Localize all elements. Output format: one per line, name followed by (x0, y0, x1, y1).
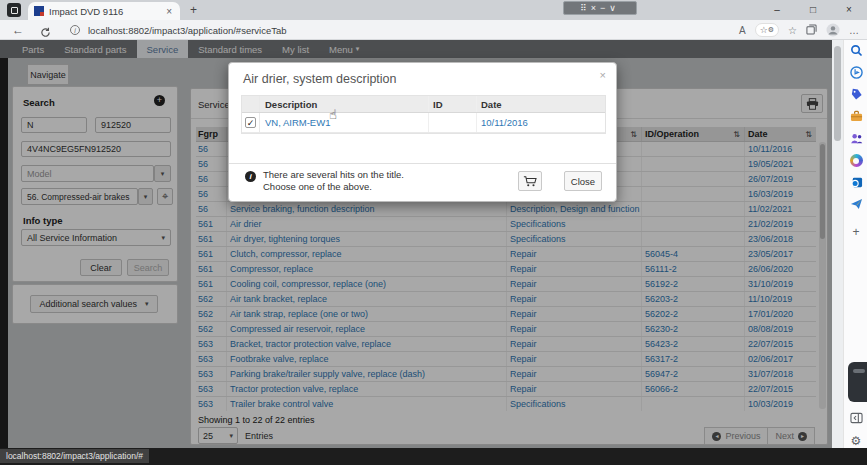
people-icon[interactable] (844, 132, 867, 145)
cell-title-link[interactable]: Service braking, function description (226, 202, 506, 216)
table-row[interactable]: 562 Compressed air reservoir, replace Re… (196, 322, 816, 337)
dialog-col-check (242, 96, 260, 112)
bing-discover-icon[interactable] (844, 66, 867, 79)
dialog-close-icon[interactable]: × (600, 69, 606, 81)
nav-tab-standard-parts[interactable]: Standard parts (54, 40, 136, 58)
add-favorite-icon[interactable]: ☆ (788, 25, 797, 36)
designer-icon[interactable] (844, 154, 867, 167)
table-row[interactable]: 561 Air dryer, tightening torques Specif… (196, 232, 816, 247)
info-type-select[interactable]: All Service Information ▾ (21, 229, 171, 246)
add-to-cart-button[interactable] (518, 171, 542, 191)
model-select[interactable]: Model (21, 165, 154, 182)
cell-title-link[interactable]: Parking brake/trailer supply valve, repl… (226, 367, 506, 381)
cell-title-link[interactable]: Cooling coil, compressor, replace (one) (226, 277, 506, 291)
table-row[interactable]: 56 Service braking, function description… (196, 202, 816, 217)
window-minimize-button[interactable]: – (759, 4, 795, 15)
cell-title-link[interactable]: Air dryer, tightening torques (226, 232, 506, 246)
table-row[interactable]: 563 Bracket, tractor protection valve, r… (196, 337, 816, 352)
site-info-icon[interactable]: i (70, 25, 80, 35)
table-row[interactable]: 562 Air tank bracket, replace Repair 562… (196, 292, 816, 307)
cell-title-link[interactable]: Air tank bracket, replace (226, 292, 506, 306)
outlook-icon[interactable] (844, 176, 867, 189)
next-page-button[interactable]: Next ▸ (768, 427, 815, 445)
browser-tab[interactable]: Impact DVD 9116 × (28, 2, 180, 20)
cell-title-link[interactable]: Trailer brake control valve (226, 397, 506, 411)
table-row[interactable]: 563 Tractor protection valve, replace Re… (196, 382, 816, 397)
table-row[interactable]: 562 Air tank strap, replace (one or two)… (196, 307, 816, 322)
search-icon[interactable] (844, 44, 867, 57)
additional-search-values-button[interactable]: Additional search values ▾ (30, 295, 158, 313)
row-checkbox[interactable]: ✓ (245, 117, 256, 128)
sort-icon[interactable]: ⇅ (805, 130, 812, 139)
cell-title-link[interactable]: Clutch, compressor, replace (226, 247, 506, 261)
table-row[interactable]: 561 Cooling coil, compressor, replace (o… (196, 277, 816, 292)
window-close-button[interactable]: × (831, 4, 867, 15)
col-header-id-operation[interactable]: ID/Operation⇅ (641, 127, 744, 141)
table-row[interactable]: 561 Air drier Specifications 21/02/2019 (196, 217, 816, 232)
read-aloud-icon[interactable]: A (739, 25, 746, 36)
table-row[interactable]: 561 Clutch, compressor, replace Repair 5… (196, 247, 816, 262)
add-sidebar-item-icon[interactable]: + (844, 225, 867, 239)
settings-gear-icon[interactable]: ⚙ (844, 434, 867, 448)
table-row[interactable]: 563 Footbrake valve, replace Repair 5631… (196, 352, 816, 367)
clear-button[interactable]: Clear (80, 259, 122, 276)
nav-tab-my-list[interactable]: My list (272, 40, 319, 58)
profile-avatar[interactable] (826, 23, 840, 37)
cell-title-link[interactable]: Bracket, tractor protection valve, repla… (226, 337, 506, 351)
cell-title-link[interactable]: Footbrake valve, replace (226, 352, 506, 366)
previous-page-button[interactable]: ◂ Previous (704, 427, 768, 445)
dialog-result-row[interactable]: ✓ VN, AIRM-EW1 10/11/2016 (242, 113, 605, 133)
function-group-select[interactable]: 56. Compressed-air brakes (21, 188, 138, 205)
nav-tab-parts[interactable]: Parts (12, 40, 54, 58)
model-dropdown-button[interactable]: ▾ (154, 165, 171, 182)
tab-navigate[interactable]: Navigate (27, 64, 69, 85)
function-group-picker-button[interactable]: ⌖ (157, 188, 173, 205)
cell-title-link[interactable]: Compressor, replace (226, 262, 506, 276)
capture-widget[interactable] (848, 362, 867, 402)
vin-input[interactable]: 4V4NC9EG5FN912520 (21, 141, 171, 157)
function-group-dropdown-button[interactable]: ▾ (138, 188, 153, 205)
screen-recorder-widget[interactable]: ⠿×−∨ (563, 1, 637, 15)
dialog-close-button[interactable]: Close (564, 171, 602, 191)
chassis-number-input[interactable]: 912520 (95, 117, 171, 133)
favorites-hub-icon[interactable]: ☆⚙ (755, 23, 779, 37)
col-header-fgrp[interactable]: Fgrp (196, 127, 226, 141)
tab-actions-icon[interactable] (7, 3, 21, 17)
back-icon[interactable]: ← (12, 23, 24, 37)
table-row[interactable]: 563 Parking brake/trailer supply valve, … (196, 367, 816, 382)
table-row[interactable]: 563 Trailer brake control valve Specific… (196, 397, 816, 411)
nav-tab-menu[interactable]: Menu ▾ (319, 40, 369, 58)
previous-label: Previous (725, 431, 760, 441)
collections-icon[interactable] (806, 21, 817, 39)
toolbox-icon[interactable] (844, 110, 867, 122)
shopping-icon[interactable] (844, 88, 867, 101)
drop-icon[interactable] (844, 198, 867, 210)
sort-icon[interactable]: ⇅ (630, 130, 637, 139)
table-scrollbar-thumb[interactable] (820, 144, 825, 239)
window-maximize-button[interactable]: □ (795, 4, 831, 15)
page-size-select[interactable]: 25 ▾ (198, 427, 238, 444)
tab-close-icon[interactable]: × (164, 6, 174, 17)
url-text[interactable]: localhost:8802/impact3/application/#serv… (88, 25, 287, 36)
add-search-icon[interactable]: + (154, 95, 165, 106)
cell-title-link[interactable]: Compressed air reservoir, replace (226, 322, 506, 336)
browser-menu-icon[interactable]: … (849, 25, 859, 36)
cell-title-link[interactable]: Air tank strap, replace (one or two) (226, 307, 506, 321)
sidebar-toggle-icon[interactable] (844, 412, 867, 424)
cell-title-link[interactable]: Air drier (226, 217, 506, 231)
nav-tab-service[interactable]: Service (137, 40, 189, 58)
col-header-date[interactable]: Date⇅ (744, 127, 816, 141)
search-button[interactable]: Search (127, 259, 169, 276)
nav-tab-standard-times[interactable]: Standard times (188, 40, 272, 58)
dialog-description-link[interactable]: VN, AIRM-EW1 (260, 113, 428, 132)
series-input[interactable]: N (21, 117, 87, 133)
print-button[interactable] (801, 94, 823, 113)
cell-title-link[interactable]: Tractor protection valve, replace (226, 382, 506, 396)
sort-icon[interactable]: ⇅ (733, 130, 740, 139)
new-tab-button[interactable]: + (190, 3, 197, 17)
browser-scrollbar-thumb[interactable] (834, 46, 841, 141)
browser-scrollbar[interactable] (832, 40, 843, 448)
cell-type: Repair (506, 262, 641, 276)
table-scrollbar[interactable] (819, 142, 826, 409)
table-row[interactable]: 561 Compressor, replace Repair 56111-2 2… (196, 262, 816, 277)
